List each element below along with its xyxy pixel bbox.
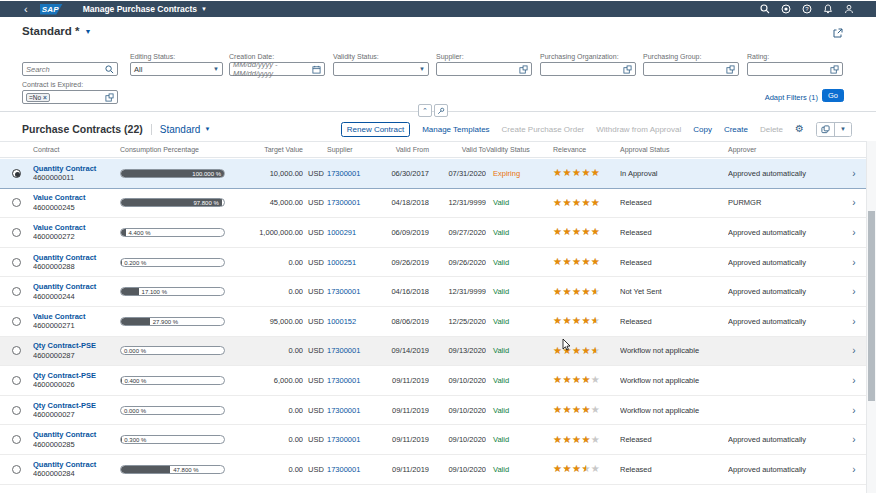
creation-date-input[interactable]: MM/dd/yyyy - MM/dd/yyyy	[229, 62, 325, 76]
row-nav-chevron-icon[interactable]: ›	[842, 197, 866, 208]
editing-status-select[interactable]: All ▼	[130, 62, 223, 76]
validity-status-select[interactable]: ▼	[333, 62, 429, 76]
table-row[interactable]: Quantity Contract46000002880.200 %0.00US…	[0, 248, 866, 278]
table-row[interactable]: Qty Contract-PSE46000000270.000 %0.00USD…	[0, 396, 866, 426]
withdraw-from-approval-button[interactable]: Withdraw from Approval	[596, 125, 681, 134]
value-help-icon[interactable]	[623, 65, 632, 74]
variant-selector[interactable]: Standard * ▼	[22, 25, 91, 37]
contract-type-link[interactable]: Quantity Contract	[33, 430, 120, 440]
row-radio-button[interactable]	[12, 258, 21, 267]
contract-expired-input[interactable]: =No×	[22, 90, 118, 104]
supplier-link[interactable]: 17300001	[327, 376, 360, 385]
supplier-link[interactable]: 17300001	[327, 435, 360, 444]
copilot-icon[interactable]	[781, 4, 791, 14]
manage-templates-button[interactable]: Manage Templates	[422, 125, 489, 134]
col-supplier[interactable]: Supplier	[327, 146, 369, 153]
back-button[interactable]: ‹	[24, 1, 28, 17]
calendar-icon[interactable]	[312, 65, 321, 74]
row-radio-button[interactable]	[12, 228, 21, 237]
go-button[interactable]: Go	[822, 89, 844, 102]
search-input[interactable]: Search	[22, 62, 118, 76]
col-relevance[interactable]: Relevance	[553, 146, 620, 153]
supplier-link[interactable]: 17300001	[327, 346, 360, 355]
table-view-icon[interactable]	[817, 123, 834, 136]
supplier-link[interactable]: 17300001	[327, 198, 360, 207]
row-nav-chevron-icon[interactable]: ›	[842, 345, 866, 356]
contract-type-link[interactable]: Value Contract	[33, 223, 120, 233]
supplier-link[interactable]: 17300001	[327, 465, 360, 474]
table-row[interactable]: Value Contract	[0, 485, 866, 493]
table-variant-selector[interactable]: Standard ▼	[160, 124, 211, 135]
view-switch-chevron-icon[interactable]: ▼	[834, 123, 851, 136]
scrollbar-thumb[interactable]	[868, 211, 875, 401]
contract-type-link[interactable]: Quantity Contract	[33, 282, 120, 292]
col-valid-to[interactable]: Valid To	[429, 146, 486, 153]
purchasing-group-input[interactable]	[643, 62, 739, 76]
contract-type-link[interactable]: Value Contract	[33, 193, 120, 203]
value-help-icon[interactable]	[830, 65, 839, 74]
contract-type-link[interactable]: Quantity Contract	[33, 460, 120, 470]
col-consumption[interactable]: Consumption Percentage	[120, 146, 235, 153]
supplier-link[interactable]: 17300001	[327, 406, 360, 415]
token-remove-icon[interactable]: ×	[43, 94, 47, 101]
row-radio-button[interactable]	[12, 376, 21, 385]
renew-contract-button[interactable]: Renew Contract	[341, 122, 410, 137]
row-nav-chevron-icon[interactable]: ›	[842, 405, 866, 416]
table-row[interactable]: Qty Contract-PSE46000002870.000 %0.00USD…	[0, 337, 866, 367]
table-row[interactable]: Quantity Contract460000024417.100 %0.00U…	[0, 277, 866, 307]
table-row[interactable]: Qty Contract-PSE46000000260.400 %6,000.0…	[0, 366, 866, 396]
supplier-link[interactable]: 17300001	[327, 287, 360, 296]
contract-type-link[interactable]: Quantity Contract	[33, 253, 120, 263]
row-nav-chevron-icon[interactable]: ›	[842, 375, 866, 386]
search-icon[interactable]	[760, 4, 770, 14]
rating-input[interactable]	[747, 62, 843, 76]
contract-type-link[interactable]: Qty Contract-PSE	[33, 371, 120, 381]
col-approval-status[interactable]: Approval Status	[620, 146, 728, 153]
share-icon[interactable]	[832, 25, 844, 43]
col-approver[interactable]: Approver	[728, 146, 842, 153]
row-nav-chevron-icon[interactable]: ›	[842, 286, 866, 297]
row-radio-button[interactable]	[12, 169, 21, 178]
help-icon[interactable]: ?	[802, 4, 812, 14]
collapse-filter-bar-icon[interactable]: ⌃	[418, 104, 432, 117]
supplier-link[interactable]: 1000251	[327, 258, 356, 267]
create-purchase-order-button[interactable]: Create Purchase Order	[502, 125, 585, 134]
vertical-scrollbar[interactable]	[866, 141, 876, 493]
row-radio-button[interactable]	[12, 435, 21, 444]
contract-type-link[interactable]: Quantity Contract	[33, 164, 120, 174]
row-nav-chevron-icon[interactable]: ›	[842, 257, 866, 268]
col-target-value[interactable]: Target Value	[235, 146, 303, 153]
pin-filter-bar-icon[interactable]	[434, 104, 448, 117]
row-radio-button[interactable]	[12, 198, 21, 207]
row-nav-chevron-icon[interactable]: ›	[842, 316, 866, 327]
col-validity-status[interactable]: Validity Status	[486, 146, 553, 153]
row-radio-button[interactable]	[12, 317, 21, 326]
table-row[interactable]: Value Contract460000024597.800 %45,000.0…	[0, 189, 866, 219]
row-radio-button[interactable]	[12, 287, 21, 296]
delete-button[interactable]: Delete	[760, 125, 783, 134]
contract-type-link[interactable]: Qty Contract-PSE	[33, 401, 120, 411]
adapt-filters-link[interactable]: Adapt Filters (1)	[765, 93, 818, 102]
supplier-link[interactable]: 17300001	[327, 169, 360, 178]
row-nav-chevron-icon[interactable]: ›	[842, 464, 866, 475]
supplier-input[interactable]	[436, 62, 532, 76]
row-nav-chevron-icon[interactable]: ›	[842, 434, 866, 445]
purchasing-organization-input[interactable]	[540, 62, 636, 76]
table-row[interactable]: Value Contract460000027127.900 %95,000.0…	[0, 307, 866, 337]
table-row[interactable]: Value Contract46000002724.400 %1,000,000…	[0, 218, 866, 248]
contract-type-link[interactable]: Value Contract	[33, 312, 120, 322]
row-radio-button[interactable]	[12, 465, 21, 474]
row-radio-button[interactable]	[12, 346, 21, 355]
table-row[interactable]: Quantity Contract460000028447.800 %0.00U…	[0, 455, 866, 485]
value-help-icon[interactable]	[726, 65, 735, 74]
profile-icon[interactable]	[844, 4, 854, 14]
value-help-icon[interactable]	[519, 65, 528, 74]
app-title[interactable]: Manage Purchase Contracts	[83, 4, 197, 14]
row-nav-chevron-icon[interactable]: ›	[842, 227, 866, 238]
table-row[interactable]: Quantity Contract4600000011100.000 %10,0…	[0, 159, 866, 189]
notifications-icon[interactable]	[823, 4, 833, 14]
col-valid-from[interactable]: Valid From	[369, 146, 429, 153]
copy-button[interactable]: Copy	[693, 125, 712, 134]
row-radio-button[interactable]	[12, 406, 21, 415]
table-settings-gear-icon[interactable]: ⚙	[795, 124, 804, 134]
